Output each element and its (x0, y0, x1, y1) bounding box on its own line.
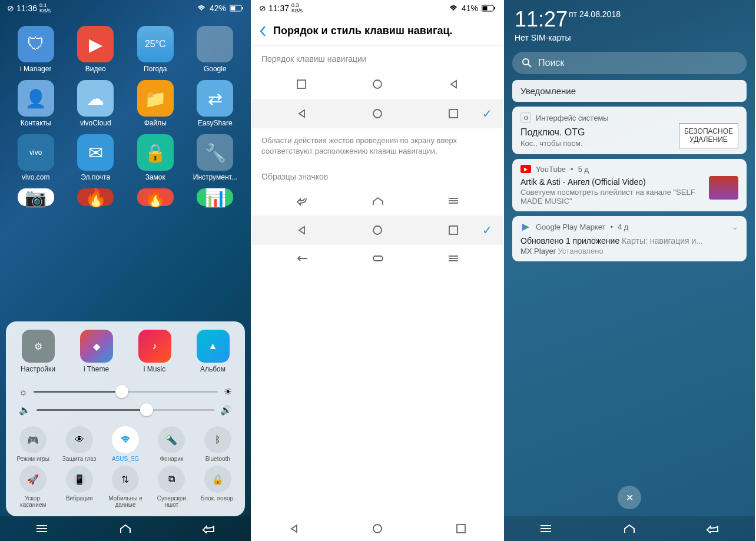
section-icon-samples: Образцы значков (252, 164, 503, 187)
lock-time: 11:27 (515, 7, 744, 32)
wifi-icon (197, 5, 206, 12)
app-weather[interactable]: 25°CПогода (128, 26, 183, 73)
toggle-wifi[interactable]: ASUS_5G (104, 426, 147, 462)
search-input[interactable]: Поиск (512, 52, 747, 74)
square-icon (448, 108, 459, 119)
notification-section-header: Уведомление (512, 80, 747, 102)
nav-recent[interactable] (443, 520, 479, 537)
rounded-rect-icon (372, 254, 384, 263)
toggle-super-screenshot[interactable]: ⧉Суперскри ншот (150, 466, 193, 508)
triangle-left-icon (296, 225, 307, 235)
app-vivo-com[interactable]: vivovivo.com (8, 134, 64, 181)
no-sim-icon: ⊘ (259, 4, 266, 13)
notif-title: Artik & Asti - Ангел (Official Video) (520, 177, 703, 187)
icon-style-option-1[interactable] (252, 187, 503, 215)
toggle-game-mode[interactable]: 🎮Режим игры (12, 426, 54, 462)
chevron-down-icon[interactable]: ⌄ (732, 223, 738, 231)
app-tools-folder[interactable]: 🔧Инструмент... (188, 134, 243, 181)
nav-bar (0, 516, 251, 541)
nav-back[interactable] (191, 520, 227, 537)
svg-rect-12 (449, 109, 457, 118)
back-arrow-icon (296, 197, 309, 206)
app-email[interactable]: ✉Эл.почта (68, 134, 124, 181)
battery-percent: 41% (462, 4, 478, 13)
clear-notifications-button[interactable]: ✕ (618, 486, 641, 509)
nav-home[interactable] (360, 520, 395, 537)
svg-rect-18 (373, 256, 383, 261)
notification-system[interactable]: ⚙Интерфейс системы Подключ. OTG Кос., чт… (512, 107, 747, 154)
safe-remove-button[interactable]: БЕЗОПАСНОЕУДАЛЕНИЕ (679, 123, 738, 148)
nav-back[interactable] (276, 520, 311, 537)
nav-recent[interactable] (528, 520, 563, 537)
notification-youtube[interactable]: ▶ YouTube•5 д Artik & Asti - Ангел (Offi… (512, 159, 747, 211)
nav-order-option-1[interactable] (252, 69, 503, 99)
icon-style-option-3[interactable] (252, 245, 503, 272)
toggle-touch-accel[interactable]: 🚀Ускор. касанием (12, 466, 54, 508)
app-vivocloud[interactable]: ☁vivoCloud (68, 80, 124, 127)
phone-home-screen: ⊘ 11:36 0.1KB/s 42% 🛡i Manager ▶Видео 25… (0, 0, 251, 541)
nav-bar (252, 516, 503, 541)
app-files[interactable]: 📁Файлы (128, 80, 183, 127)
cc-app-settings[interactable]: ⚙Настройки (12, 330, 64, 373)
app-partial-3[interactable]: 🔥 (128, 188, 183, 206)
svg-rect-17 (449, 226, 457, 234)
nav-order-option-2[interactable]: ✓ (252, 99, 503, 128)
app-video[interactable]: ▶Видео (68, 26, 124, 73)
toggle-flashlight[interactable]: 🔦Фонарик (150, 426, 193, 462)
toggle-mobile-data[interactable]: ⇅Мобильны е данные (104, 466, 147, 508)
check-icon: ✓ (482, 223, 492, 237)
description-text: Области действия жестов проведения по эк… (252, 128, 503, 164)
nav-home[interactable] (612, 520, 647, 537)
nav-back[interactable] (695, 520, 731, 537)
search-icon (522, 58, 532, 68)
cc-app-imusic[interactable]: ♪i Music (128, 330, 181, 373)
status-bar: ⊘ 11:36 0.1KB/s 42% (0, 0, 251, 16)
lock-sim-status: Нет SIM-карты (515, 33, 744, 42)
svg-rect-7 (483, 6, 488, 11)
svg-point-24 (523, 59, 529, 65)
app-partial-4[interactable]: 📊 (188, 188, 243, 206)
app-contacts[interactable]: 👤Контакты (8, 80, 64, 127)
cc-app-album[interactable]: ▲Альбом (187, 330, 239, 373)
app-easyshare[interactable]: ⇄EasyShare (188, 80, 243, 127)
cc-app-itheme[interactable]: ◆i Theme (70, 330, 122, 373)
brightness-high-icon: ☀ (224, 386, 232, 397)
section-nav-order: Порядок клавиш навигации (252, 46, 503, 69)
app-imanager[interactable]: 🛡i Manager (8, 26, 64, 73)
app-partial-2[interactable]: 🔥 (68, 188, 124, 206)
play-store-icon (520, 222, 531, 233)
volume-high-icon: 🔊 (220, 404, 232, 416)
svg-rect-2 (242, 7, 243, 9)
toggle-bluetooth[interactable]: ᛒBluetooth (197, 426, 239, 462)
volume-slider[interactable]: 🔈 🔊 (12, 401, 239, 419)
home-outline-icon (372, 197, 384, 206)
settings-header: Порядок и стиль клавиш навигац. (252, 16, 503, 46)
nav-home[interactable] (108, 520, 143, 537)
toggle-eye-protect[interactable]: 👁Защита глаз (58, 426, 100, 462)
back-button[interactable] (259, 25, 266, 37)
network-speed: 0.1KB/s (39, 3, 51, 14)
app-google-folder[interactable]: Google (188, 26, 243, 73)
circle-icon (372, 79, 383, 89)
brightness-slider[interactable]: ☼ ☀ (12, 383, 239, 401)
icon-style-option-2[interactable]: ✓ (252, 215, 503, 245)
app-lock[interactable]: 🔒Замок (128, 134, 183, 181)
svg-rect-23 (457, 525, 465, 533)
menu-icon (447, 254, 459, 263)
video-thumbnail (709, 176, 738, 200)
notification-play-store[interactable]: Google Play Маркет•4 д ⌄ Обновлено 1 при… (512, 216, 747, 261)
app-partial-1[interactable]: 📷 (8, 188, 64, 206)
no-sim-icon: ⊘ (7, 4, 14, 13)
toggle-rotation-lock[interactable]: 🔒Блок. повор. (197, 466, 239, 508)
square-icon (296, 79, 307, 89)
youtube-icon: ▶ (520, 165, 531, 173)
nav-recent[interactable] (24, 520, 59, 537)
phone-lockscreen-notifications: 11:27 пт 24.08.2018 Нет SIM-карты Поиск … (504, 0, 755, 541)
notif-subtitle: Кос., чтобы посм. (520, 139, 585, 148)
triangle-left-icon (296, 108, 307, 119)
toggle-vibration[interactable]: 📳Вибрация (58, 466, 100, 508)
volume-low-icon: 🔈 (19, 404, 31, 416)
lockscreen-header: 11:27 пт 24.08.2018 Нет SIM-карты (504, 0, 755, 46)
brightness-low-icon: ☼ (19, 387, 28, 397)
svg-rect-9 (297, 80, 306, 88)
